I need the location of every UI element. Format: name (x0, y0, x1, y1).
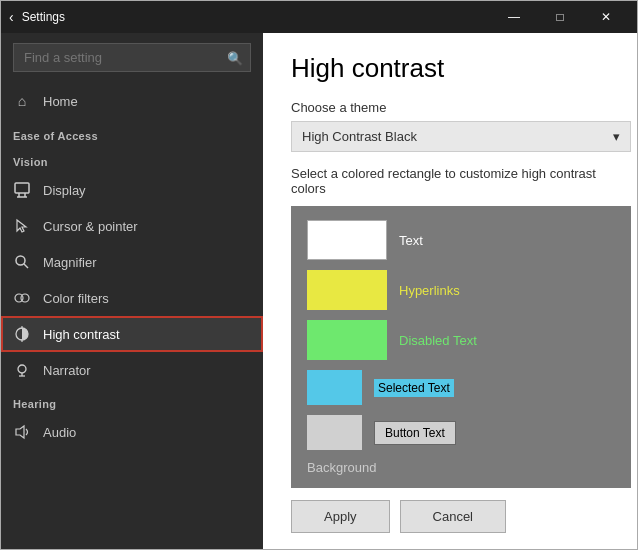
search-icon: 🔍 (227, 50, 243, 65)
color-row-text: Text (307, 220, 615, 260)
hyperlinks-swatch[interactable] (307, 270, 387, 310)
sidebar-display-label: Display (43, 183, 86, 198)
choose-theme-label: Choose a theme (291, 100, 609, 115)
sidebar-high-contrast-label: High contrast (43, 327, 120, 342)
sidebar-cursor-label: Cursor & pointer (43, 219, 138, 234)
svg-line-5 (24, 264, 28, 268)
settings-window: ‹ Settings — □ ✕ 🔍 ⌂ Home Ease of Access (0, 0, 638, 550)
sidebar: 🔍 ⌂ Home Ease of Access Vision (1, 33, 263, 549)
sidebar-item-high-contrast[interactable]: High contrast (1, 316, 263, 352)
background-color-label: Background (307, 460, 376, 475)
main-body: Choose a theme High Contrast Black ▾ Sel… (263, 92, 637, 488)
sidebar-color-filters-label: Color filters (43, 291, 109, 306)
color-preview-box: Text Hyperlinks Disabled Text (291, 206, 631, 488)
button-text-swatch[interactable] (307, 415, 362, 450)
title-bar-left: ‹ Settings (9, 9, 65, 25)
title-bar: ‹ Settings — □ ✕ (1, 1, 637, 33)
narrator-icon (13, 361, 31, 379)
color-row-background: Background (307, 460, 615, 475)
sidebar-magnifier-label: Magnifier (43, 255, 96, 270)
high-contrast-icon (13, 325, 31, 343)
search-container: 🔍 (13, 43, 251, 72)
page-title: High contrast (291, 53, 609, 84)
ease-of-access-label: Ease of Access (1, 120, 263, 146)
magnifier-icon (13, 253, 31, 271)
sidebar-item-home[interactable]: ⌂ Home (1, 82, 263, 120)
content-area: 🔍 ⌂ Home Ease of Access Vision (1, 33, 637, 549)
hearing-label: Hearing (1, 388, 263, 414)
home-icon: ⌂ (13, 92, 31, 110)
color-row-disabled-text: Disabled Text (307, 320, 615, 360)
sidebar-item-audio[interactable]: Audio (1, 414, 263, 450)
svg-marker-14 (16, 426, 24, 438)
color-row-button-text: Button Text (307, 415, 615, 450)
text-swatch[interactable] (307, 220, 387, 260)
window-title: Settings (22, 10, 65, 24)
search-input[interactable] (13, 43, 251, 72)
selected-text-swatch[interactable] (307, 370, 362, 405)
close-button[interactable]: ✕ (583, 1, 629, 33)
main-panel: High contrast Choose a theme High Contra… (263, 33, 637, 549)
minimize-button[interactable]: — (491, 1, 537, 33)
maximize-button[interactable]: □ (537, 1, 583, 33)
sidebar-item-display[interactable]: Display (1, 172, 263, 208)
sidebar-item-narrator[interactable]: Narrator (1, 352, 263, 388)
text-color-label: Text (399, 233, 423, 248)
main-header: High contrast (263, 33, 637, 92)
color-row-hyperlinks: Hyperlinks (307, 270, 615, 310)
svg-rect-11 (18, 365, 26, 373)
apply-button[interactable]: Apply (291, 500, 390, 533)
svg-rect-0 (15, 183, 29, 193)
sidebar-audio-label: Audio (43, 425, 76, 440)
cursor-icon (13, 217, 31, 235)
footer-buttons: Apply Cancel (263, 488, 637, 549)
display-icon (13, 181, 31, 199)
sidebar-item-magnifier[interactable]: Magnifier (1, 244, 263, 280)
theme-value: High Contrast Black (302, 129, 417, 144)
back-button[interactable]: ‹ (9, 9, 14, 25)
sidebar-narrator-label: Narrator (43, 363, 91, 378)
disabled-text-color-label: Disabled Text (399, 333, 477, 348)
theme-dropdown[interactable]: High Contrast Black ▾ (291, 121, 631, 152)
hyperlinks-color-label: Hyperlinks (399, 283, 460, 298)
sidebar-item-color-filters[interactable]: Color filters (1, 280, 263, 316)
home-label: Home (43, 94, 78, 109)
cancel-button[interactable]: Cancel (400, 500, 506, 533)
sidebar-item-cursor-pointer[interactable]: Cursor & pointer (1, 208, 263, 244)
svg-point-7 (21, 294, 29, 302)
button-text-preview[interactable]: Button Text (374, 421, 456, 445)
svg-point-4 (16, 256, 25, 265)
select-colors-label: Select a colored rectangle to customize … (291, 166, 609, 196)
title-bar-controls: — □ ✕ (491, 1, 629, 33)
audio-icon (13, 423, 31, 441)
vision-label: Vision (1, 146, 263, 172)
disabled-text-swatch[interactable] (307, 320, 387, 360)
selected-text-color-label: Selected Text (374, 379, 454, 397)
dropdown-chevron-icon: ▾ (613, 129, 620, 144)
color-filters-icon (13, 289, 31, 307)
color-row-selected-text: Selected Text (307, 370, 615, 405)
